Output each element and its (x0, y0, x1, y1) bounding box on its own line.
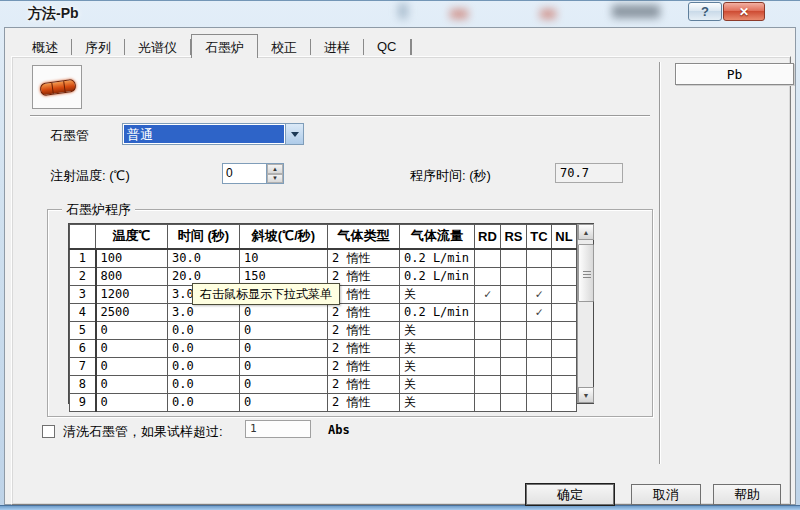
scrollbar-up-button[interactable]: ▲ (578, 224, 594, 240)
tab-3[interactable]: 光谱仪 (125, 37, 190, 57)
vertical-scrollbar[interactable]: ▲ ▼ (577, 224, 593, 403)
cell-temp[interactable]: 0 (96, 375, 168, 393)
check-cell-rs[interactable] (501, 249, 527, 268)
scrollbar-thumb[interactable] (578, 244, 594, 302)
cell-temp[interactable]: 1200 (96, 285, 168, 303)
row-number-cell[interactable]: 3 (70, 285, 96, 303)
row-number-cell[interactable]: 7 (70, 357, 96, 375)
check-cell-nl[interactable] (552, 285, 577, 303)
tab-2[interactable]: 序列 (72, 37, 124, 57)
cell-ramp[interactable]: 0 (240, 321, 328, 339)
ok-button[interactable]: 确定 (526, 484, 614, 505)
check-cell-nl[interactable] (552, 321, 577, 339)
row-number-cell[interactable]: 4 (70, 303, 96, 321)
check-cell-tc[interactable] (527, 357, 552, 375)
cell-time[interactable]: 30.0 (168, 249, 240, 268)
check-cell-rd[interactable] (475, 393, 501, 411)
cell-time[interactable]: 0.0 (168, 375, 240, 393)
check-cell-rs[interactable] (501, 393, 527, 411)
close-button[interactable]: ✕ (723, 2, 765, 21)
check-cell-tc[interactable]: ✓ (527, 303, 552, 321)
check-cell-nl[interactable] (552, 249, 577, 268)
tab-6[interactable]: 进样 (311, 37, 363, 57)
element-pb-button[interactable]: Pb (675, 63, 794, 85)
cell-temp[interactable]: 800 (96, 267, 168, 285)
tab-5[interactable]: 校正 (258, 37, 310, 57)
cell-flow[interactable]: 关 (400, 285, 475, 303)
check-cell-tc[interactable] (527, 321, 552, 339)
scrollbar-down-button[interactable]: ▼ (578, 387, 594, 403)
tube-type-dropdown[interactable]: 普通 (122, 123, 304, 145)
check-cell-tc[interactable] (527, 249, 552, 268)
check-cell-rs[interactable] (501, 285, 527, 303)
cell-ramp[interactable]: 10 (240, 249, 328, 268)
cell-flow[interactable]: 0.2 L/min (400, 303, 475, 321)
check-cell-rs[interactable] (501, 375, 527, 393)
check-cell-rd[interactable] (475, 267, 501, 285)
check-cell-rs[interactable] (501, 303, 527, 321)
check-cell-rd[interactable] (475, 303, 501, 321)
clean-tube-checkbox[interactable] (42, 425, 55, 438)
cell-temp[interactable]: 0 (96, 321, 168, 339)
check-cell-nl[interactable] (552, 393, 577, 411)
clean-threshold-input[interactable]: 1 (245, 420, 311, 438)
cell-gas[interactable]: 2 惰性 (328, 357, 400, 375)
cell-temp[interactable]: 2500 (96, 303, 168, 321)
injection-temp-value[interactable]: 0 (223, 164, 266, 183)
check-cell-tc[interactable]: ✓ (527, 285, 552, 303)
cell-temp[interactable]: 0 (96, 339, 168, 357)
check-cell-tc[interactable] (527, 393, 552, 411)
cell-temp[interactable]: 0 (96, 393, 168, 411)
cell-flow[interactable]: 关 (400, 357, 475, 375)
cell-flow[interactable]: 关 (400, 393, 475, 411)
check-cell-tc[interactable] (527, 339, 552, 357)
tab-1[interactable]: 概述 (19, 37, 71, 57)
cell-gas[interactable]: 2 惰性 (328, 249, 400, 268)
cell-flow[interactable]: 0.2 L/min (400, 267, 475, 285)
cell-ramp[interactable]: 0 (240, 339, 328, 357)
check-cell-rd[interactable] (475, 357, 501, 375)
check-cell-rd[interactable] (475, 321, 501, 339)
check-cell-rs[interactable] (501, 357, 527, 375)
injection-temp-spinner[interactable]: 0 ▲ ▼ (222, 163, 284, 184)
cell-flow[interactable]: 0.2 L/min (400, 249, 475, 268)
row-number-cell[interactable]: 6 (70, 339, 96, 357)
check-cell-rd[interactable] (475, 339, 501, 357)
cell-time[interactable]: 3.0 (168, 303, 240, 321)
row-number-cell[interactable]: 2 (70, 267, 96, 285)
check-cell-rd[interactable]: ✓ (475, 285, 501, 303)
cell-flow[interactable]: 关 (400, 339, 475, 357)
cell-temp[interactable]: 100 (96, 249, 168, 268)
check-cell-rd[interactable] (475, 375, 501, 393)
row-number-cell[interactable]: 1 (70, 249, 96, 268)
cell-gas[interactable]: 2 惰性 (328, 339, 400, 357)
cell-flow[interactable]: 关 (400, 321, 475, 339)
check-cell-nl[interactable] (552, 267, 577, 285)
cell-gas[interactable]: 2 惰性 (328, 375, 400, 393)
titlebar-help-button[interactable]: ? (688, 2, 722, 21)
check-cell-rs[interactable] (501, 339, 527, 357)
cell-ramp[interactable]: 0 (240, 303, 328, 321)
check-cell-tc[interactable] (527, 375, 552, 393)
check-cell-nl[interactable] (552, 339, 577, 357)
cell-ramp[interactable]: 0 (240, 375, 328, 393)
dropdown-button[interactable] (285, 124, 303, 144)
check-cell-tc[interactable] (527, 267, 552, 285)
check-cell-nl[interactable] (552, 303, 577, 321)
cell-ramp[interactable]: 0 (240, 357, 328, 375)
check-cell-rd[interactable] (475, 249, 501, 268)
check-cell-nl[interactable] (552, 375, 577, 393)
check-cell-nl[interactable] (552, 357, 577, 375)
row-number-cell[interactable]: 9 (70, 393, 96, 411)
check-cell-rs[interactable] (501, 321, 527, 339)
cell-time[interactable]: 0.0 (168, 393, 240, 411)
check-cell-rs[interactable] (501, 267, 527, 285)
cell-flow[interactable]: 关 (400, 375, 475, 393)
help-button[interactable]: 帮助 (713, 484, 781, 505)
cell-gas[interactable]: 2 惰性 (328, 303, 400, 321)
cancel-button[interactable]: 取消 (631, 484, 701, 505)
cell-time[interactable]: 0.0 (168, 357, 240, 375)
tab-7[interactable]: QC (364, 37, 410, 57)
cell-ramp[interactable]: 0 (240, 393, 328, 411)
row-number-cell[interactable]: 5 (70, 321, 96, 339)
